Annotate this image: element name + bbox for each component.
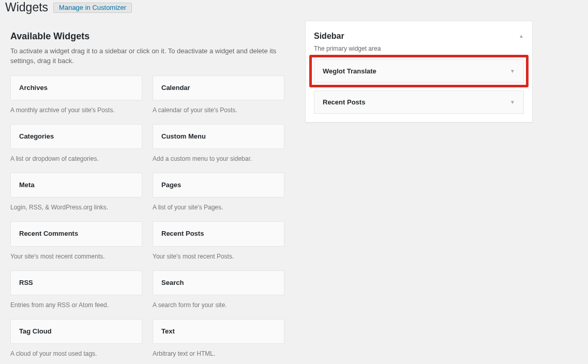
page-header: Widgets Manage in Customizer <box>5 0 578 21</box>
widget-categories-desc: A list or dropdown of categories. <box>10 154 142 163</box>
sidebar-title: Sidebar <box>314 32 344 41</box>
sidebar-widget-weglot-label: Weglot Translate <box>323 67 376 75</box>
available-widgets-column: Available Widgets To activate a widget d… <box>10 21 284 364</box>
widget-tag-cloud-desc: A cloud of your most used tags. <box>10 349 142 358</box>
expand-down-icon: ▼ <box>510 68 515 74</box>
widget-cell-archives: Archives A monthly archive of your site'… <box>10 75 142 115</box>
widget-cell-text: Text Arbitrary text or HTML. <box>153 319 284 358</box>
sidebar-widget-weglot[interactable]: Weglot Translate ▼ <box>314 59 524 83</box>
widget-text-desc: Arbitrary text or HTML. <box>153 349 284 358</box>
widget-recent-comments[interactable]: Recent Comments <box>10 221 142 246</box>
sidebar-desc: The primary widget area <box>314 45 524 52</box>
widget-search[interactable]: Search <box>153 270 284 295</box>
widget-pages[interactable]: Pages <box>153 173 284 198</box>
widget-cell-meta: Meta Login, RSS, & WordPress.org links. <box>10 173 142 212</box>
widget-pages-desc: A list of your site's Pages. <box>153 203 284 212</box>
widget-cell-tag-cloud: Tag Cloud A cloud of your most used tags… <box>10 319 142 358</box>
available-widgets-title: Available Widgets <box>10 31 284 42</box>
widget-cell-rss: RSS Entries from any RSS or Atom feed. <box>10 270 142 310</box>
widget-grid: Archives A monthly archive of your site'… <box>10 75 284 364</box>
page-title: Widgets <box>5 0 48 16</box>
widget-rss-desc: Entries from any RSS or Atom feed. <box>10 300 142 310</box>
widget-cell-custom-menu: Custom Menu Add a custom menu to your si… <box>153 124 284 163</box>
widget-cell-search: Search A search form for your site. <box>153 270 284 310</box>
sidebar-widget-recent-posts-label: Recent Posts <box>323 98 365 106</box>
widget-tag-cloud[interactable]: Tag Cloud <box>10 319 142 344</box>
available-widgets-desc: To activate a widget drag it to a sideba… <box>10 46 284 66</box>
widget-recent-posts[interactable]: Recent Posts <box>153 221 284 246</box>
widget-text[interactable]: Text <box>153 319 284 344</box>
sidebar-widget-recent-posts[interactable]: Recent Posts ▼ <box>314 90 524 114</box>
widget-meta[interactable]: Meta <box>10 173 142 198</box>
sidebar-column: Sidebar ▲ The primary widget area Weglot… <box>305 21 533 123</box>
widget-search-desc: A search form for your site. <box>153 300 284 310</box>
widget-archives[interactable]: Archives <box>10 75 142 100</box>
widget-custom-menu-desc: Add a custom menu to your sidebar. <box>153 154 284 163</box>
highlight-weglot-sidebar: Weglot Translate ▼ <box>309 55 529 87</box>
widget-cell-calendar: Calendar A calendar of your site's Posts… <box>153 75 284 115</box>
content-wrap: Available Widgets To activate a widget d… <box>10 21 578 364</box>
widget-meta-desc: Login, RSS, & WordPress.org links. <box>10 203 142 212</box>
widget-calendar-desc: A calendar of your site's Posts. <box>153 105 284 115</box>
widget-archives-desc: A monthly archive of your site's Posts. <box>10 105 142 115</box>
widget-custom-menu[interactable]: Custom Menu <box>153 124 284 149</box>
manage-customizer-button[interactable]: Manage in Customizer <box>53 3 132 13</box>
widget-cell-recent-comments: Recent Comments Your site's most recent … <box>10 221 142 261</box>
sidebar-header[interactable]: Sidebar ▲ <box>314 27 524 45</box>
collapse-up-icon: ▲ <box>519 33 524 39</box>
sidebar-panel: Sidebar ▲ The primary widget area Weglot… <box>305 21 533 123</box>
widget-recent-comments-desc: Your site's most recent comments. <box>10 252 142 261</box>
widget-cell-pages: Pages A list of your site's Pages. <box>153 173 284 212</box>
widget-cell-recent-posts: Recent Posts Your site's most recent Pos… <box>153 221 284 261</box>
expand-down-icon: ▼ <box>510 99 515 105</box>
widget-rss[interactable]: RSS <box>10 270 142 295</box>
widget-categories[interactable]: Categories <box>10 124 142 149</box>
widget-recent-posts-desc: Your site's most recent Posts. <box>153 252 284 261</box>
widget-cell-categories: Categories A list or dropdown of categor… <box>10 124 142 163</box>
widget-calendar[interactable]: Calendar <box>153 75 284 100</box>
